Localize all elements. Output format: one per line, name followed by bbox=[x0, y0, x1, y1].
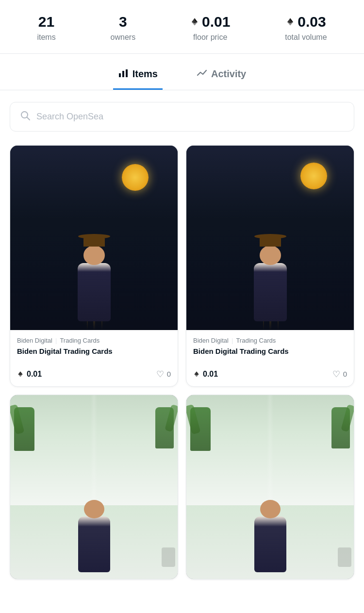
stat-owners: 3 owners bbox=[111, 14, 136, 42]
stat-owners-value: 3 bbox=[119, 14, 127, 30]
nft-like-2[interactable]: ♡ 0 bbox=[332, 369, 347, 380]
svg-rect-2 bbox=[126, 69, 128, 77]
eth-icon-card2 bbox=[193, 371, 200, 378]
nft-footer-1: 0.01 ♡ 0 bbox=[10, 365, 178, 386]
svg-line-4 bbox=[27, 117, 30, 120]
tab-items[interactable]: Items bbox=[113, 58, 163, 90]
nft-card-3[interactable]: Biden Digital | Trading Cards Biden Digi… bbox=[10, 395, 178, 580]
nft-card-1[interactable]: Biden Digital | Trading Cards Biden Digi… bbox=[10, 145, 178, 387]
tab-activity[interactable]: Activity bbox=[192, 58, 251, 90]
stat-total-volume-value: 0.03 bbox=[286, 14, 326, 30]
search-box bbox=[10, 102, 354, 132]
nft-price-1: 0.01 bbox=[17, 370, 42, 379]
svg-rect-1 bbox=[122, 71, 124, 77]
stat-items-value: 21 bbox=[38, 14, 54, 30]
stat-floor-price-value: 0.01 bbox=[190, 14, 230, 30]
nft-image-4 bbox=[186, 395, 354, 580]
stat-owners-label: owners bbox=[111, 33, 136, 42]
eth-icon-volume bbox=[286, 17, 295, 26]
moon-decoration-2 bbox=[300, 163, 327, 189]
nft-image-3 bbox=[10, 395, 178, 580]
heart-icon-2: ♡ bbox=[332, 369, 340, 380]
nft-info-2: Biden Digital | Trading Cards Biden Digi… bbox=[186, 330, 354, 365]
nft-name-1: Biden Digital Trading Cards bbox=[17, 347, 171, 355]
stat-total-volume: 0.03 total volume bbox=[285, 14, 327, 42]
nft-image-1 bbox=[10, 146, 178, 330]
moon-decoration bbox=[122, 164, 149, 191]
heart-icon-1: ♡ bbox=[156, 369, 164, 380]
trend-icon bbox=[197, 67, 207, 81]
eth-icon-card1 bbox=[17, 371, 24, 378]
tabs-bar: Items Activity bbox=[0, 58, 364, 90]
nft-card-4[interactable]: Biden Digital | Trading Cards Biden Digi… bbox=[186, 395, 354, 580]
search-icon bbox=[20, 110, 31, 123]
stat-total-volume-label: total volume bbox=[285, 33, 327, 42]
bar-chart-icon bbox=[118, 67, 129, 81]
nft-info-1: Biden Digital | Trading Cards Biden Digi… bbox=[10, 330, 178, 365]
nft-grid: Biden Digital | Trading Cards Biden Digi… bbox=[0, 139, 364, 589]
tab-activity-label: Activity bbox=[211, 68, 246, 80]
svg-rect-0 bbox=[119, 73, 121, 77]
search-input[interactable] bbox=[36, 112, 344, 122]
nft-like-1[interactable]: ♡ 0 bbox=[156, 369, 171, 380]
eth-icon-floor bbox=[190, 17, 199, 26]
stat-items-label: items bbox=[37, 33, 55, 42]
stat-floor-price: 0.01 floor price bbox=[190, 14, 230, 42]
search-container bbox=[0, 90, 364, 139]
nft-price-2: 0.01 bbox=[193, 370, 218, 379]
nft-collection-1: Biden Digital | Trading Cards bbox=[17, 337, 171, 344]
stat-floor-price-label: floor price bbox=[193, 33, 227, 42]
nft-name-2: Biden Digital Trading Cards bbox=[193, 347, 347, 355]
nft-image-2 bbox=[186, 146, 354, 330]
nft-card-2[interactable]: Biden Digital | Trading Cards Biden Digi… bbox=[186, 145, 354, 387]
nft-collection-2: Biden Digital | Trading Cards bbox=[193, 337, 347, 344]
nft-footer-2: 0.01 ♡ 0 bbox=[186, 365, 354, 386]
stats-bar: 21 items 3 owners 0.01 floor price 0.03 bbox=[0, 0, 364, 54]
tab-items-label: Items bbox=[132, 68, 158, 80]
stat-items: 21 items bbox=[37, 14, 55, 42]
